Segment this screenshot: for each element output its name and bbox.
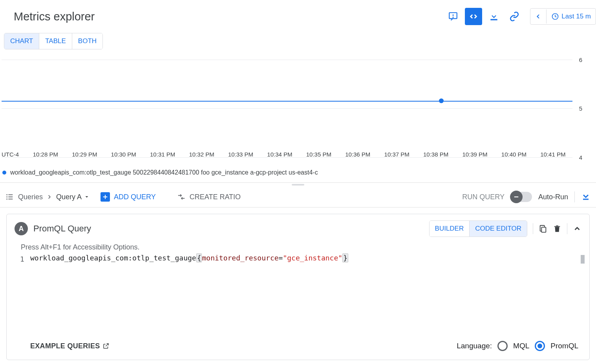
clock-icon: [551, 13, 559, 20]
time-range-label: Last 15 m: [559, 13, 591, 20]
x-tick: 10:31 PM: [143, 151, 182, 158]
collapse-panel-button[interactable]: [573, 224, 581, 233]
panel-title: PromQL Query: [33, 224, 91, 234]
page-title: Metrics explorer: [14, 10, 95, 23]
panel-header: A PromQL Query BUILDER CODE EDITOR: [7, 214, 589, 243]
svg-point-2: [453, 17, 453, 18]
tab-both[interactable]: BOTH: [72, 33, 102, 49]
code-line: workload_googleapis_com:otlp_test_gauge{…: [30, 254, 348, 332]
scroll-indicator: [581, 255, 585, 264]
chart-legend: workload_googleapis_com:otlp_test_gauge …: [0, 167, 596, 183]
svg-point-7: [6, 197, 7, 198]
x-tick: 10:37 PM: [377, 151, 416, 158]
accessibility-hint: Press Alt+F1 for Accessibility Options.: [7, 243, 589, 254]
trash-icon: [553, 224, 561, 233]
x-tick: 10:39 PM: [455, 151, 494, 158]
code-metric: workload_googleapis_com:otlp_test_gauge: [30, 254, 196, 262]
tab-chart[interactable]: CHART: [4, 33, 39, 49]
caret-down-icon: [84, 194, 90, 200]
view-toggle-row: CHART TABLE BOTH: [0, 33, 596, 54]
svg-rect-6: [8, 195, 13, 195]
code-eq: =: [279, 254, 283, 262]
x-tick: 10:29 PM: [65, 151, 104, 158]
list-icon: [5, 193, 14, 201]
create-ratio-button[interactable]: CREATE RATIO: [177, 193, 241, 201]
svg-rect-3: [491, 19, 497, 20]
radio-promql[interactable]: [535, 341, 545, 351]
x-tick: 10:36 PM: [338, 151, 377, 158]
copy-icon: [539, 224, 547, 233]
svg-rect-8: [8, 197, 13, 197]
queries-label: Queries: [18, 193, 43, 201]
separator: [574, 191, 575, 202]
chart-plot[interactable]: [2, 54, 572, 152]
brace-close: }: [342, 253, 348, 262]
chevron-up-icon: [573, 224, 581, 233]
query-selector-label: Query A: [56, 193, 82, 201]
time-range-button[interactable]: Last 15 m: [547, 9, 596, 24]
y-tick: 6: [579, 56, 582, 63]
radio-mql-label: MQL: [513, 342, 529, 350]
separator: [567, 223, 567, 234]
brace-open: {: [196, 253, 202, 262]
chevron-down-underline-icon: [581, 192, 591, 202]
query-selector[interactable]: Query A: [56, 193, 90, 201]
delete-button[interactable]: [553, 224, 561, 233]
query-toolbar: Queries Query A ADD QUERY CREATE RATIO R…: [0, 187, 596, 207]
x-tick: 10:32 PM: [182, 151, 221, 158]
x-tick: 10:33 PM: [221, 151, 260, 158]
header: Metrics explorer Last 15 m: [0, 0, 596, 33]
separator: [533, 223, 533, 234]
language-label: Language:: [457, 342, 492, 350]
link-icon[interactable]: [506, 8, 523, 25]
legend-swatch: [2, 171, 6, 175]
code-icon[interactable]: [465, 8, 482, 25]
resize-handle[interactable]: [0, 183, 596, 187]
time-prev-button[interactable]: [530, 9, 547, 24]
code-editor[interactable]: 1 workload_googleapis_com:otlp_test_gaug…: [7, 254, 589, 332]
radio-promql-label: PromQL: [550, 342, 578, 350]
y-tick: 4: [579, 154, 582, 160]
chevron-right-icon: [47, 194, 52, 200]
add-query-button[interactable]: ADD QUERY: [101, 192, 156, 202]
plus-icon: [101, 192, 110, 202]
svg-rect-17: [541, 227, 546, 232]
x-axis: UTC-4 10:28 PM 10:29 PM 10:30 PM 10:31 P…: [2, 151, 572, 158]
x-tick: 10:30 PM: [104, 151, 143, 158]
editor-mode-toggle: BUILDER CODE EDITOR: [429, 220, 527, 237]
example-queries-label: EXAMPLE QUERIES: [30, 342, 100, 350]
feedback-icon[interactable]: [444, 8, 462, 25]
language-picker: Language: MQL PromQL: [457, 341, 578, 351]
x-tick: 10:38 PM: [416, 151, 455, 158]
query-toolbar-right: RUN QUERY Auto-Run: [462, 191, 591, 202]
run-query-button[interactable]: RUN QUERY: [462, 193, 505, 201]
series-line: [2, 101, 572, 102]
builder-mode-button[interactable]: BUILDER: [430, 221, 470, 237]
svg-point-9: [6, 198, 7, 200]
svg-rect-10: [8, 199, 13, 200]
switch-knob: [510, 191, 523, 203]
collapse-all-button[interactable]: [581, 192, 591, 202]
code-attr: monitored_resource: [202, 254, 278, 262]
timezone-label: UTC-4: [2, 151, 26, 158]
query-editor-panel: A PromQL Query BUILDER CODE EDITOR Press…: [6, 214, 590, 360]
external-link-icon: [102, 342, 110, 349]
x-tick: 10:41 PM: [534, 151, 572, 158]
radio-mql[interactable]: [497, 341, 508, 351]
tab-table[interactable]: TABLE: [39, 33, 72, 49]
example-queries-link[interactable]: EXAMPLE QUERIES: [30, 342, 110, 350]
y-tick: 5: [579, 105, 582, 112]
x-tick: 10:35 PM: [299, 151, 338, 158]
view-toggle: CHART TABLE BOTH: [4, 33, 103, 49]
svg-point-5: [6, 194, 7, 195]
download-icon[interactable]: [485, 8, 503, 25]
time-range-picker: Last 15 m: [530, 8, 596, 25]
x-tick: 10:40 PM: [494, 151, 533, 158]
autorun-toggle[interactable]: [511, 192, 532, 202]
query-badge: A: [15, 222, 28, 235]
copy-button[interactable]: [539, 224, 547, 233]
header-actions: Last 15 m: [444, 8, 596, 25]
panel-header-right: BUILDER CODE EDITOR: [429, 220, 581, 237]
chart-area: 6 5 4 UTC-4 10:28 PM 10:29 PM 10:30 PM 1…: [0, 54, 596, 167]
code-editor-mode-button[interactable]: CODE EDITOR: [470, 221, 527, 237]
